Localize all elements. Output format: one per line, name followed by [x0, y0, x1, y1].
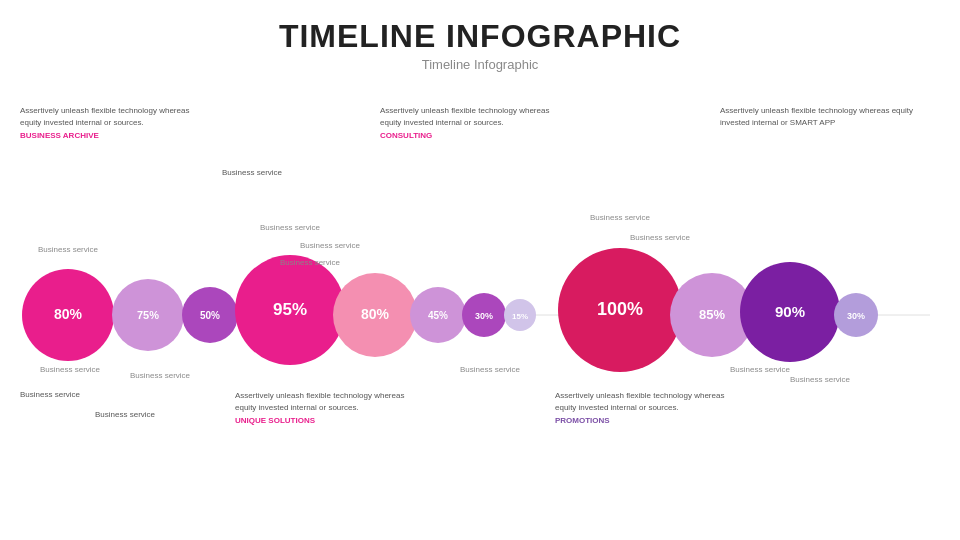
sub-title: Timeline Infographic — [0, 57, 960, 72]
bottom-col1-bs1: Business service — [20, 390, 80, 399]
col2-bs1: Business service — [260, 223, 321, 232]
label-80b: 80% — [361, 306, 390, 322]
col2-bs-below: Business service — [460, 365, 521, 374]
page: TIMELINE INFOGRAPHIC Timeline Infographi… — [0, 0, 960, 540]
col1-bs-below2: Business service — [130, 371, 191, 380]
col3-desc: Assertively unleash flexible technology … — [720, 105, 920, 129]
label-45: 45% — [428, 310, 448, 321]
label-30: 30% — [475, 311, 493, 321]
label-85: 85% — [699, 307, 725, 322]
col3-bs-below2: Business service — [790, 375, 851, 384]
label-95: 95% — [273, 300, 307, 319]
label-75: 75% — [137, 309, 159, 321]
label-100: 100% — [597, 299, 643, 319]
content-area: 80% 75% 50% 95% 80% 45% 30% 15% — [0, 100, 960, 540]
col3-bs-above2: Business service — [630, 233, 691, 242]
label-50: 50% — [200, 310, 220, 321]
label-15: 15% — [512, 312, 528, 321]
label-30b: 30% — [847, 311, 865, 321]
col3-bs-below1: Business service — [730, 365, 791, 374]
main-title: TIMELINE INFOGRAPHIC — [0, 18, 960, 55]
col2-desc: Assertively unleash flexible technology … — [380, 105, 560, 140]
label-80: 80% — [54, 306, 83, 322]
col2-service-label: Business service — [222, 168, 282, 177]
circles-svg: 80% 75% 50% 95% 80% 45% 30% 15% — [0, 100, 960, 420]
bottom-col1-bs2: Business service — [95, 410, 155, 419]
header: TIMELINE INFOGRAPHIC Timeline Infographi… — [0, 0, 960, 72]
label-90: 90% — [775, 303, 805, 320]
col1-bs-above: Business service — [38, 245, 99, 254]
col2-bs3: Business service — [280, 258, 341, 267]
col2-bs2: Business service — [300, 241, 361, 250]
col1-bs-below1: Business service — [40, 365, 101, 374]
col3-bs-above1: Business service — [590, 213, 651, 222]
bottom-col2: Assertively unleash flexible technology … — [235, 390, 410, 425]
bottom-col3: Assertively unleash flexible technology … — [555, 390, 730, 425]
col1-desc: Assertively unleash flexible technology … — [20, 105, 190, 140]
